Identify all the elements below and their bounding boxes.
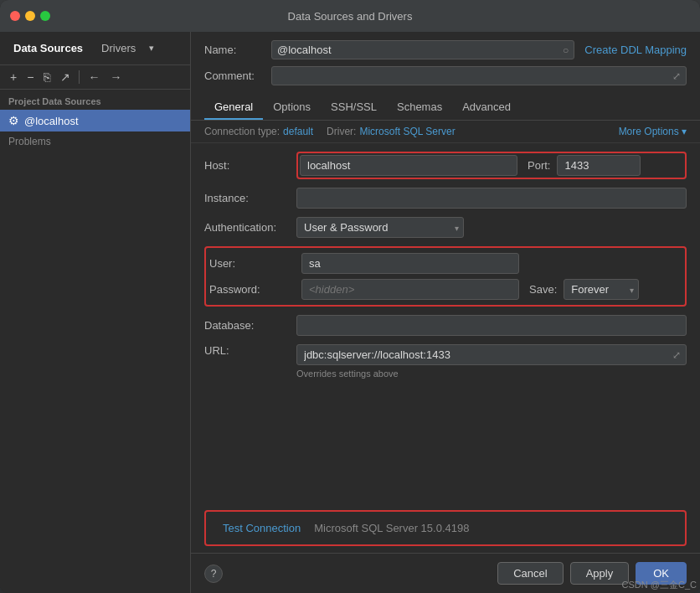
user-row: User: bbox=[209, 253, 682, 274]
back-button[interactable]: ← bbox=[85, 69, 103, 85]
password-input[interactable] bbox=[301, 279, 519, 300]
main-layout: Data Sources Drivers ▾ + − ⎘ ↗ ← → Proje… bbox=[0, 32, 700, 593]
sidebar-item-label: @localhost bbox=[24, 115, 79, 127]
connection-bar: Connection type: default Driver: Microso… bbox=[191, 121, 700, 143]
apply-button[interactable]: Apply bbox=[570, 562, 630, 585]
help-button[interactable]: ? bbox=[204, 565, 223, 583]
main-window: Data Sources and Drivers Data Sources Dr… bbox=[0, 0, 700, 593]
driver-label: Driver: bbox=[327, 126, 356, 137]
auth-select[interactable]: User & Password Windows Credentials No a… bbox=[296, 217, 464, 238]
url-label: URL: bbox=[204, 344, 296, 357]
content-area: Name: ○ Create DDL Mapping Comment: ⤢ bbox=[191, 32, 700, 593]
host-port-row: Host: Port: bbox=[204, 152, 687, 179]
save-select[interactable]: Forever Until restart Never bbox=[564, 279, 639, 300]
maximize-button[interactable] bbox=[40, 11, 50, 21]
database-row: Database: bbox=[204, 315, 687, 336]
copy-button[interactable]: ⎘ bbox=[40, 69, 54, 85]
port-input[interactable] bbox=[557, 155, 641, 176]
user-input[interactable] bbox=[301, 253, 519, 274]
sidebar-dropdown-icon[interactable]: ▾ bbox=[149, 43, 154, 54]
tabs-bar: General Options SSH/SSL Schemas Advanced bbox=[191, 95, 700, 121]
name-input[interactable] bbox=[272, 41, 558, 59]
tab-content-general: Host: Port: Instance: Authentication: bbox=[191, 143, 700, 503]
add-button[interactable]: + bbox=[7, 69, 20, 85]
connection-type-value[interactable]: default bbox=[283, 126, 313, 137]
forward-button[interactable]: → bbox=[106, 69, 125, 85]
name-icon: ○ bbox=[558, 44, 574, 56]
sidebar-section-label: Project Data Sources bbox=[0, 90, 190, 110]
test-connection-result: Microsoft SQL Server 15.0.4198 bbox=[314, 522, 469, 534]
name-row: Name: ○ Create DDL Mapping bbox=[204, 40, 687, 59]
auth-label: Authentication: bbox=[204, 221, 296, 234]
expand-icon: ⤢ bbox=[667, 70, 686, 82]
password-row: Password: Save: Forever Until restart Ne… bbox=[209, 279, 682, 300]
comment-label: Comment: bbox=[204, 70, 271, 82]
auth-row: Authentication: User & Password Windows … bbox=[204, 217, 687, 238]
url-expand-icon: ⤢ bbox=[667, 349, 686, 361]
database-label: Database: bbox=[204, 319, 296, 332]
sidebar-problems-label: Problems bbox=[0, 131, 190, 152]
port-label: Port: bbox=[528, 159, 550, 172]
form-header: Name: ○ Create DDL Mapping Comment: ⤢ bbox=[191, 32, 700, 92]
tab-general[interactable]: General bbox=[204, 95, 263, 120]
sidebar-toolbar: + − ⎘ ↗ ← → bbox=[0, 65, 190, 90]
connection-type-label: Connection type: bbox=[204, 126, 280, 137]
create-ddl-link[interactable]: Create DDL Mapping bbox=[584, 44, 687, 56]
tab-schemas[interactable]: Schemas bbox=[387, 95, 452, 120]
url-override-note: Overrides settings above bbox=[296, 369, 687, 379]
tab-advanced[interactable]: Advanced bbox=[452, 95, 521, 120]
sidebar: Data Sources Drivers ▾ + − ⎘ ↗ ← → Proje… bbox=[0, 32, 191, 593]
instance-row: Instance: bbox=[204, 188, 687, 209]
sidebar-header: Data Sources Drivers ▾ bbox=[0, 32, 190, 65]
traffic-lights bbox=[10, 11, 50, 21]
host-port-highlight: Port: bbox=[296, 152, 687, 179]
titlebar: Data Sources and Drivers bbox=[0, 0, 700, 32]
instance-input[interactable] bbox=[296, 188, 687, 209]
url-row: URL: ⤢ bbox=[204, 344, 687, 365]
comment-row: Comment: ⤢ bbox=[204, 66, 687, 85]
export-button[interactable]: ↗ bbox=[57, 69, 74, 85]
user-label: User: bbox=[209, 257, 301, 270]
host-label: Host: bbox=[204, 159, 296, 172]
driver-value[interactable]: Microsoft SQL Server bbox=[359, 126, 455, 137]
save-select-wrapper: Forever Until restart Never ▾ bbox=[564, 279, 639, 300]
remove-button[interactable]: − bbox=[23, 69, 37, 85]
password-label: Password: bbox=[209, 283, 301, 296]
name-label: Name: bbox=[204, 44, 271, 56]
comment-input-wrapper: ⤢ bbox=[271, 66, 687, 85]
comment-input[interactable] bbox=[272, 67, 667, 85]
close-button[interactable] bbox=[10, 11, 20, 21]
minimize-button[interactable] bbox=[25, 11, 35, 21]
more-options-link[interactable]: More Options ▾ bbox=[619, 126, 687, 137]
test-connection-button[interactable]: Test Connection bbox=[223, 522, 301, 534]
datasource-icon: ⚙ bbox=[8, 114, 19, 127]
sidebar-tab-drivers[interactable]: Drivers bbox=[96, 39, 141, 58]
window-title: Data Sources and Drivers bbox=[288, 10, 413, 23]
sidebar-item-localhost[interactable]: ⚙ @localhost bbox=[0, 110, 190, 131]
save-label: Save: bbox=[529, 283, 557, 296]
test-connection-area: Test Connection Microsoft SQL Server 15.… bbox=[204, 510, 687, 546]
cancel-button[interactable]: Cancel bbox=[497, 562, 563, 585]
tab-ssh-ssl[interactable]: SSH/SSL bbox=[321, 95, 387, 120]
database-input[interactable] bbox=[296, 315, 687, 336]
tab-options[interactable]: Options bbox=[263, 95, 321, 120]
sidebar-tab-datasources[interactable]: Data Sources bbox=[8, 39, 88, 58]
toolbar-divider bbox=[79, 70, 80, 84]
watermark: CSDN @三金C_C bbox=[622, 579, 697, 591]
host-input[interactable] bbox=[300, 155, 517, 176]
user-pass-group: User: Password: Save: Forever Until rest… bbox=[204, 246, 687, 307]
url-input-wrapper: ⤢ bbox=[296, 344, 687, 365]
auth-select-wrapper: User & Password Windows Credentials No a… bbox=[296, 217, 464, 238]
instance-label: Instance: bbox=[204, 192, 296, 204]
name-input-wrapper: ○ bbox=[271, 40, 574, 59]
url-input[interactable] bbox=[297, 345, 667, 364]
